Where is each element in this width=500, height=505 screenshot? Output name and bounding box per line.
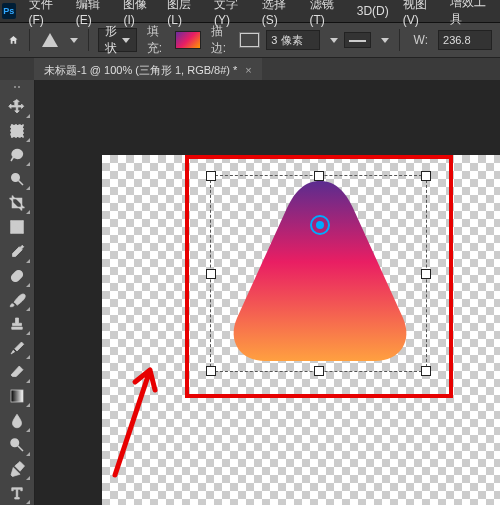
- svg-rect-4: [11, 390, 23, 402]
- chevron-down-icon[interactable]: [330, 38, 338, 43]
- tool-mode-label: 形状: [105, 23, 118, 57]
- svg-rect-0: [11, 125, 23, 137]
- canvas-area[interactable]: [35, 80, 500, 505]
- panel-grip-icon[interactable]: [10, 86, 24, 91]
- width-input[interactable]: [438, 30, 492, 50]
- menu-plugins[interactable]: 增效工具: [443, 0, 498, 28]
- options-bar: 形状 填充: 描边: W:: [0, 23, 500, 58]
- home-icon[interactable]: [8, 32, 19, 48]
- chevron-down-icon[interactable]: [381, 38, 389, 43]
- eyedropper-tool[interactable]: [3, 239, 31, 263]
- brush-tool[interactable]: [3, 288, 31, 312]
- menu-filter[interactable]: 滤镜(T): [303, 0, 350, 27]
- move-tool[interactable]: [3, 95, 31, 119]
- transform-handle[interactable]: [314, 366, 324, 376]
- stroke-label: 描边:: [211, 23, 230, 57]
- transform-handle[interactable]: [421, 171, 431, 181]
- menu-layer[interactable]: 图层(L): [160, 0, 207, 27]
- transform-handle[interactable]: [206, 269, 216, 279]
- width-label: W:: [414, 33, 428, 47]
- transform-bounding-box[interactable]: [210, 175, 427, 372]
- heal-tool[interactable]: [3, 264, 31, 288]
- svg-point-5: [11, 439, 19, 447]
- transform-handle[interactable]: [421, 366, 431, 376]
- chevron-down-icon[interactable]: [70, 38, 78, 43]
- close-icon[interactable]: ×: [245, 64, 251, 76]
- transform-handle[interactable]: [421, 269, 431, 279]
- menu-file[interactable]: 文件(F): [22, 0, 69, 27]
- stroke-style-select[interactable]: [344, 32, 371, 48]
- menu-3d[interactable]: 3D(D): [350, 4, 396, 18]
- tool-mode-select[interactable]: 形状: [98, 28, 137, 52]
- separator: [88, 29, 89, 51]
- quick-select-tool[interactable]: [3, 167, 31, 191]
- crop-tool[interactable]: [3, 191, 31, 215]
- type-tool[interactable]: [3, 481, 31, 505]
- svg-rect-3: [10, 269, 24, 283]
- fill-label: 填充:: [147, 23, 166, 57]
- svg-point-1: [12, 174, 20, 182]
- workspace: [0, 80, 500, 505]
- menu-select[interactable]: 选择(S): [255, 0, 303, 27]
- transform-handle[interactable]: [206, 366, 216, 376]
- frame-tool[interactable]: [3, 215, 31, 239]
- gradient-tool[interactable]: [3, 384, 31, 408]
- menu-view[interactable]: 视图(V): [396, 0, 444, 27]
- transform-handle[interactable]: [206, 171, 216, 181]
- separator: [29, 29, 30, 51]
- lasso-tool[interactable]: [3, 143, 31, 167]
- tab-title: 未标题-1 @ 100% (三角形 1, RGB/8#) *: [44, 63, 237, 78]
- marquee-tool[interactable]: [3, 119, 31, 143]
- fill-swatch[interactable]: [175, 31, 200, 49]
- chevron-down-icon: [122, 38, 130, 43]
- app-logo-icon: Ps: [2, 3, 16, 19]
- annotation-arrow-icon: [105, 360, 165, 490]
- transform-handle[interactable]: [314, 171, 324, 181]
- tool-panel: [0, 80, 35, 505]
- pen-tool[interactable]: [3, 457, 31, 481]
- separator: [399, 29, 400, 51]
- stroke-width-input[interactable]: [266, 30, 320, 50]
- menubar: Ps 文件(F) 编辑(E) 图像(I) 图层(L) 文字(Y) 选择(S) 滤…: [0, 0, 500, 23]
- stamp-tool[interactable]: [3, 312, 31, 336]
- history-brush-tool[interactable]: [3, 336, 31, 360]
- eraser-tool[interactable]: [3, 360, 31, 384]
- blur-tool[interactable]: [3, 408, 31, 432]
- transform-pivot-icon[interactable]: [310, 215, 330, 235]
- dodge-tool[interactable]: [3, 433, 31, 457]
- stroke-swatch[interactable]: [239, 32, 260, 48]
- shape-preset-icon[interactable]: [42, 33, 58, 47]
- document-tab[interactable]: 未标题-1 @ 100% (三角形 1, RGB/8#) * ×: [34, 58, 262, 82]
